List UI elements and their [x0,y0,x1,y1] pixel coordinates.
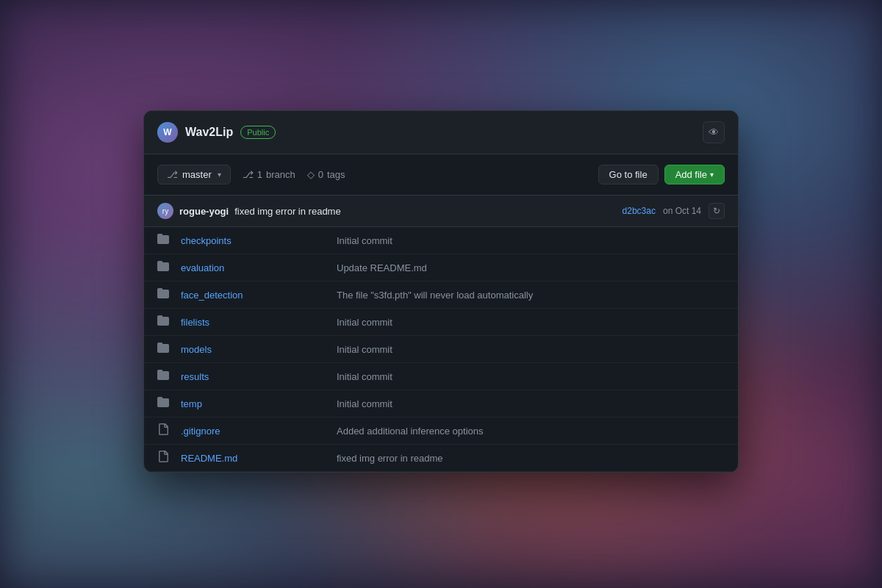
file-commit-message: Initial commit [337,317,725,328]
repo-avatar: W [157,122,178,143]
commit-message: fixed img error in readme [234,206,341,217]
file-commit-message: Initial commit [337,398,725,409]
refresh-icon: ↻ [713,206,720,216]
commit-avatar: ry [157,203,173,219]
tags-label: tags [327,169,345,180]
tags-count: 0 [318,169,323,180]
branches-count: 1 [257,169,262,180]
repository-window: W Wav2Lip Public 👁 ⎇ master ▾ ⎇ 1 branch… [143,110,739,473]
header-left: W Wav2Lip Public [157,122,276,143]
add-file-dropdown-icon: ▾ [710,171,714,179]
commit-bar: ry rogue-yogi fixed img error in readme … [144,196,738,227]
file-name[interactable]: face_detection [181,290,328,301]
branches-link[interactable]: ⎇ 1 branch [243,169,295,180]
branch-name: master [182,169,212,180]
table-row: README.md fixed img error in readme [144,445,738,472]
add-file-button[interactable]: Add file ▾ [664,165,725,184]
file-commit-message: Added additional inference options [337,426,725,437]
folder-icon [157,315,172,329]
commit-author[interactable]: rogue-yogi [179,206,229,217]
file-table: checkpoints Initial commit evaluation Up… [144,227,738,472]
public-badge: Public [240,126,276,139]
watch-button[interactable]: 👁 [703,121,725,143]
commit-hash[interactable]: d2bc3ac [623,206,656,216]
tags-icon: ◇ [307,169,315,180]
tags-link[interactable]: ◇ 0 tags [307,169,345,180]
file-name[interactable]: models [181,344,328,355]
file-name[interactable]: filelists [181,317,328,328]
file-name[interactable]: README.md [181,453,328,464]
file-icon [157,423,172,438]
toolbar: ⎇ master ▾ ⎇ 1 branch ◇ 0 tags Go to fil… [144,154,738,196]
file-commit-message: Initial commit [337,371,725,382]
table-row: models Initial commit [144,336,738,363]
branch-dropdown-icon: ▾ [218,171,221,179]
history-button[interactable]: ↻ [709,203,725,219]
table-row: checkpoints Initial commit [144,227,738,254]
commit-left: ry rogue-yogi fixed img error in readme [157,203,341,219]
file-name[interactable]: evaluation [181,262,328,273]
file-commit-message: The file "s3fd.pth" will never load auto… [337,290,725,301]
table-row: .gitignore Added additional inference op… [144,417,738,445]
file-commit-message: fixed img error in readme [337,453,725,464]
file-commit-message: Initial commit [337,235,725,246]
table-row: results Initial commit [144,363,738,390]
table-row: evaluation Update README.md [144,254,738,282]
folder-icon [157,396,172,411]
file-commit-message: Initial commit [337,344,725,355]
avatar-text: ry [162,207,168,215]
branch-icon: ⎇ [167,169,178,180]
branch-count-icon: ⎇ [243,169,254,180]
repo-name: Wav2Lip [185,126,233,139]
table-row: filelists Initial commit [144,309,738,336]
table-row: temp Initial commit [144,390,738,417]
table-row: face_detection The file "s3fd.pth" will … [144,282,738,309]
commit-right: d2bc3ac on Oct 14 ↻ [623,203,725,219]
file-name[interactable]: results [181,371,328,382]
add-file-label: Add file [675,169,707,180]
toolbar-right: Go to file Add file ▾ [598,165,725,184]
folder-icon [157,342,172,356]
folder-icon [157,233,172,248]
commit-date: on Oct 14 [663,206,701,216]
file-name[interactable]: .gitignore [181,426,328,437]
branch-selector[interactable]: ⎇ master ▾ [157,165,231,184]
file-icon [157,451,172,465]
file-name[interactable]: temp [181,398,328,409]
branches-label: branch [266,169,295,180]
folder-icon [157,369,172,384]
goto-file-button[interactable]: Go to file [598,165,659,184]
file-name[interactable]: checkpoints [181,235,328,246]
file-commit-message: Update README.md [337,262,725,273]
eye-icon: 👁 [709,126,719,138]
repo-header: W Wav2Lip Public 👁 [144,111,738,154]
toolbar-left: ⎇ master ▾ ⎇ 1 branch ◇ 0 tags [157,165,345,184]
folder-icon [157,287,172,302]
folder-icon [157,260,172,275]
